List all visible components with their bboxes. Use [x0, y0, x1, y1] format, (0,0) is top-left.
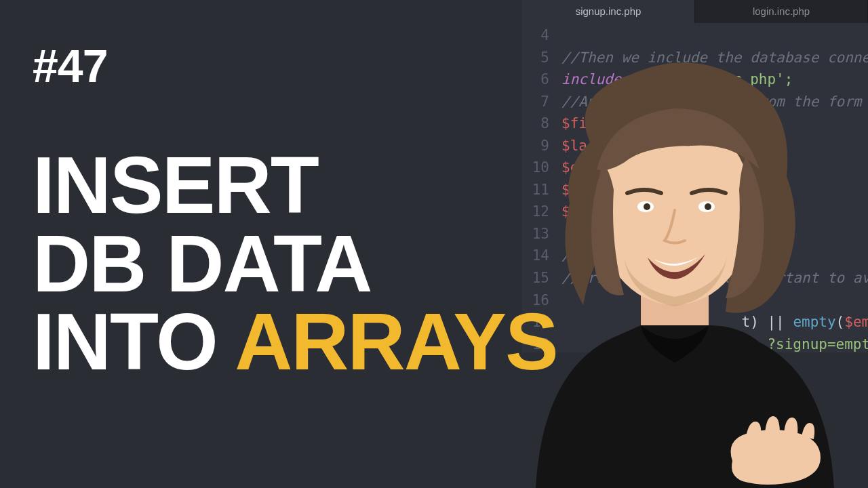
code-line: 9$last = $_POST['last']; — [522, 135, 868, 157]
code-line: 16 — [522, 289, 868, 312]
code-line: 17 t) || empty($ema — [522, 311, 868, 333]
code-content: include_once 'dbh.inc.php'; — [561, 68, 868, 91]
code-line: 11$uid = $_POST['uid']; — [522, 179, 868, 201]
code-content: $pwd = $_POST['pwd']; — [561, 201, 868, 223]
editor-tab[interactable]: login.inc.php — [695, 0, 868, 23]
line-number: 6 — [522, 68, 561, 91]
headline-line-3: INTO ARRAYS — [33, 303, 557, 382]
code-line: 15//Error handlers are important to avoi… — [522, 267, 868, 289]
thumbnail-canvas: signup.inc.phplogin.inc.php 4 5//Then we… — [0, 0, 868, 488]
headline-accent: ARRAYS — [235, 297, 557, 386]
code-content — [561, 24, 868, 47]
code-line: 14//Error handlers — [522, 245, 868, 267]
code-line: 10$email = $_POST['email']; — [522, 157, 868, 179]
code-content: t) || empty($ema — [561, 311, 868, 333]
code-content — [561, 289, 868, 312]
episode-number: #47 — [33, 39, 107, 92]
code-content: //Error handlers are important to avoid … — [561, 267, 868, 289]
line-number: 7 — [522, 91, 561, 113]
headline: INSERT DB DATA INTO ARRAYS — [33, 146, 557, 382]
line-number: 4 — [522, 24, 561, 47]
code-content: $email = $_POST['email']; — [561, 157, 868, 179]
code-content: ?signup=empty" — [561, 333, 868, 356]
code-line: 6include_once 'dbh.inc.php'; — [522, 68, 868, 91]
code-editor-panel: signup.inc.phplogin.inc.php 4 5//Then we… — [522, 0, 868, 352]
code-line: 12$pwd = $_POST['pwd']; — [522, 201, 868, 223]
headline-line-1: INSERT — [33, 146, 557, 225]
code-content: $first = $_POST['first']; — [561, 113, 868, 135]
editor-tab-bar: signup.inc.phplogin.inc.php — [522, 0, 868, 23]
code-content: $last = $_POST['last']; — [561, 135, 868, 157]
code-content — [561, 223, 868, 245]
code-line: 7//And we get the data from the form — [522, 91, 868, 113]
code-body: 4 5//Then we include the database connec… — [522, 23, 868, 355]
code-content: //And we get the data from the form — [561, 91, 868, 113]
code-content: $uid = $_POST['uid']; — [561, 179, 868, 201]
code-line: 18 ?signup=empty" — [522, 333, 868, 356]
editor-tab[interactable]: signup.inc.php — [522, 0, 695, 23]
code-line: 5//Then we include the database connecti… — [522, 47, 868, 69]
line-number: 5 — [522, 47, 561, 69]
code-line: 8$first = $_POST['first']; — [522, 113, 868, 135]
code-content: //Then we include the database connectio… — [561, 47, 868, 69]
headline-line-2: DB DATA — [33, 225, 557, 304]
code-line: 4 — [522, 24, 868, 47]
line-number: 8 — [522, 113, 561, 135]
code-line: 13 — [522, 223, 868, 245]
code-content: //Error handlers — [561, 245, 868, 267]
